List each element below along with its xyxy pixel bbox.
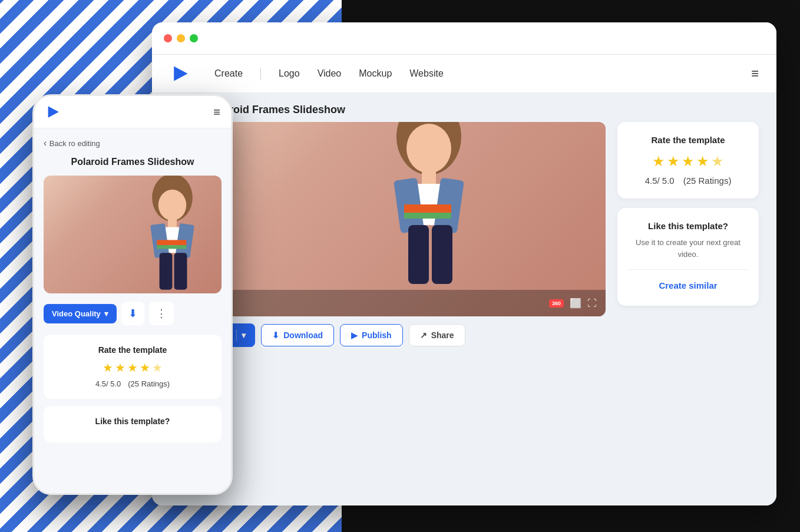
traffic-light-close[interactable]: [164, 34, 172, 42]
like-card-title: Like this template?: [628, 221, 748, 231]
video-section: 🔊 360 ⬜ ⛶ Video Quality ▾: [170, 122, 606, 494]
mobile-logo-icon[interactable]: [45, 104, 61, 120]
mobile-header: ≡: [34, 96, 231, 128]
rating-score: 4.5/ 5.0: [645, 176, 675, 186]
svg-rect-20: [160, 253, 173, 290]
mobile-ratings-count: (25 Ratings): [128, 379, 170, 388]
svg-rect-9: [408, 225, 429, 284]
mobile-woman-figure: [121, 176, 222, 293]
share-button[interactable]: ↗ Share: [409, 324, 465, 346]
card-divider: [628, 269, 748, 270]
mobile-star-1[interactable]: ★: [103, 361, 113, 375]
publish-label: Publish: [362, 331, 392, 340]
mobile-rate-card: Rate the template ★ ★ ★ ★ ★ 4.5/ 5.0 (25…: [44, 335, 222, 399]
mobile-dropdown-icon: ▾: [104, 309, 108, 318]
like-card-desc: Use it to create your next great video.: [628, 237, 748, 260]
hamburger-icon[interactable]: ≡: [751, 66, 759, 81]
vq-divider: [236, 329, 237, 341]
nav-create[interactable]: Create: [214, 68, 243, 79]
svg-rect-18: [157, 240, 186, 245]
publish-icon: ▶: [351, 331, 358, 340]
video-player[interactable]: 🔊 360 ⬜ ⛶: [170, 122, 606, 316]
star-2[interactable]: ★: [667, 153, 680, 170]
svg-rect-14: [168, 219, 177, 229]
svg-rect-3: [422, 171, 436, 186]
svg-point-13: [158, 190, 187, 221]
mobile-video-thumbnail[interactable]: [44, 176, 222, 293]
nav-mockup[interactable]: Mockup: [359, 68, 392, 79]
scene: Create Logo Video Mockup Website ≡ iting…: [0, 0, 800, 532]
rate-card: Rate the template ★ ★ ★ ★ ★ 4.5/ 5.0 (25…: [617, 122, 759, 199]
mobile-rate-title: Rate the template: [52, 345, 213, 355]
browser-nav: Create Logo Video Mockup Website ≡: [152, 55, 776, 93]
create-similar-button[interactable]: Create similar: [628, 278, 748, 293]
nav-links: Create Logo Video Mockup Website: [214, 68, 751, 80]
mobile-star-2[interactable]: ★: [115, 361, 125, 375]
screen-icon[interactable]: ⬜: [570, 298, 581, 309]
browser-window: Create Logo Video Mockup Website ≡ iting…: [152, 22, 776, 505]
video-thumbnail: [170, 122, 606, 316]
mobile-back-link[interactable]: Back ro editing: [44, 138, 222, 148]
publish-button[interactable]: ▶ Publish: [340, 324, 403, 346]
download-label: Download: [283, 331, 323, 340]
nav-logo-link[interactable]: Logo: [279, 68, 300, 79]
mobile-page-title: Polaroid Frames Slideshow: [44, 157, 222, 167]
svg-rect-21: [174, 253, 187, 290]
mobile-content: Back ro editing Polaroid Frames Slidesho…: [34, 128, 231, 493]
share-icon: ↗: [420, 331, 427, 340]
nav-video[interactable]: Video: [318, 68, 342, 79]
mobile-star-5-half[interactable]: ★: [152, 361, 163, 375]
right-sidebar: Rate the template ★ ★ ★ ★ ★ 4.5/ 5.0 (25…: [617, 122, 759, 494]
nav-website[interactable]: Website: [409, 68, 444, 79]
nav-logo-icon[interactable]: [170, 63, 191, 84]
svg-rect-19: [157, 245, 186, 249]
traffic-light-minimize[interactable]: [177, 34, 185, 42]
svg-rect-7: [404, 204, 451, 213]
mobile-star-3[interactable]: ★: [127, 361, 138, 375]
mobile-rating-score: 4.5/ 5.0: [95, 379, 121, 388]
svg-rect-10: [432, 225, 452, 284]
mobile-stars-row[interactable]: ★ ★ ★ ★ ★: [52, 361, 213, 375]
browser-content: iting Polaroid Frames Slideshow: [152, 93, 776, 505]
mobile-hamburger-icon[interactable]: ≡: [213, 105, 220, 119]
star-5-half[interactable]: ★: [711, 153, 724, 170]
mobile-video-quality-button[interactable]: Video Quality ▾: [44, 304, 117, 323]
svg-rect-8: [404, 213, 451, 219]
svg-marker-11: [48, 106, 59, 118]
mobile-action-bar: Video Quality ▾ ⬇ ⋮: [44, 302, 222, 325]
svg-point-2: [406, 124, 451, 173]
action-bar: Video Quality ▾ ⬇ Download ▶ Publish: [170, 323, 606, 347]
badge-360[interactable]: 360: [549, 299, 564, 308]
svg-marker-0: [174, 66, 187, 81]
video-controls-bar: 🔊 360 ⬜ ⛶: [170, 290, 606, 316]
download-icon: ⬇: [272, 331, 279, 340]
traffic-light-maximize[interactable]: [190, 34, 198, 42]
rating-text: 4.5/ 5.0 (25 Ratings): [628, 176, 748, 186]
star-4[interactable]: ★: [696, 153, 709, 170]
stars-row[interactable]: ★ ★ ★ ★ ★: [628, 153, 748, 170]
fullscreen-icon[interactable]: ⛶: [587, 298, 597, 309]
star-1[interactable]: ★: [652, 153, 665, 170]
star-3[interactable]: ★: [682, 153, 695, 170]
content-header: iting Polaroid Frames Slideshow: [152, 93, 776, 122]
download-button[interactable]: ⬇ Download: [261, 324, 334, 346]
traffic-lights: [164, 34, 198, 42]
nav-divider: [260, 68, 261, 80]
mobile-vq-label: Video Quality: [52, 309, 101, 318]
mobile-rating-text: 4.5/ 5.0 (25 Ratings): [52, 379, 213, 388]
rate-card-title: Rate the template: [628, 135, 748, 145]
dropdown-icon: ▾: [242, 331, 246, 340]
mobile-download-button[interactable]: ⬇: [121, 302, 144, 325]
mobile-phone: ≡ Back ro editing Polaroid Frames Slides…: [32, 94, 233, 495]
mobile-like-title: Like this template?: [52, 417, 213, 426]
share-label: Share: [431, 331, 454, 340]
like-card: Like this template? Use it to create you…: [617, 208, 759, 306]
content-body: 🔊 360 ⬜ ⛶ Video Quality ▾: [152, 122, 776, 505]
woman-figure-desktop: [352, 122, 529, 290]
mobile-star-4[interactable]: ★: [140, 361, 150, 375]
mobile-like-card: Like this template?: [44, 406, 222, 442]
browser-chrome: [152, 22, 776, 55]
ratings-count: (25 Ratings): [683, 176, 732, 186]
mobile-more-button[interactable]: ⋮: [149, 302, 174, 325]
